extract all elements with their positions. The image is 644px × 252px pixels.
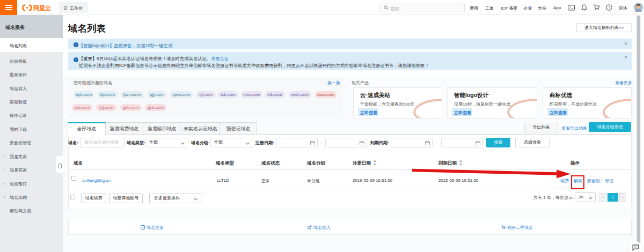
- svg-text:?: ?: [608, 5, 610, 10]
